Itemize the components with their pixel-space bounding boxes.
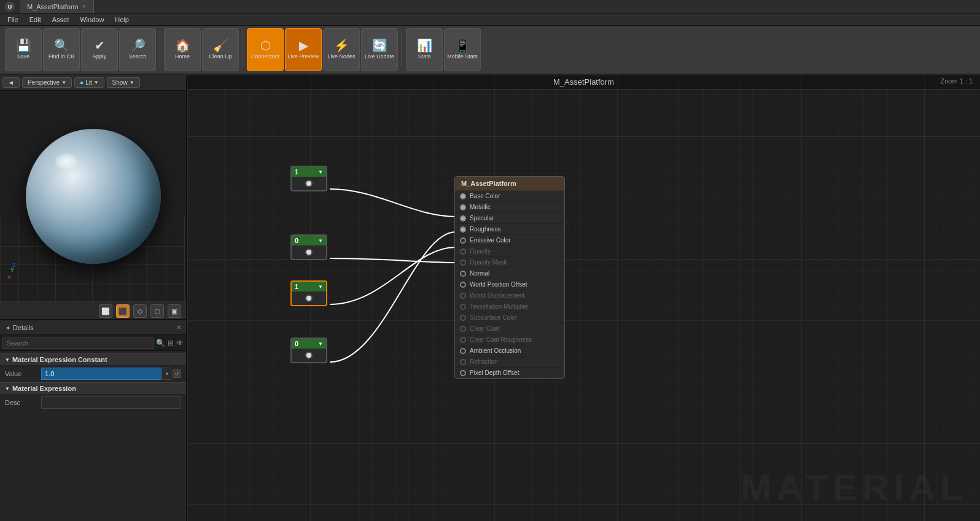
search-icon: 🔎 [130,39,146,52]
main-material-node[interactable]: M_AssetPlatform Base Color Metallic Spec… [454,176,565,379]
show-button[interactable]: Show ▼ [107,77,140,88]
filter-icon[interactable]: 👁 [176,339,184,347]
viewport-icon-3[interactable]: ◇ [133,304,147,318]
pin-pixel-depth-offset: Pixel Depth Offset [455,368,564,378]
const-node-1[interactable]: 1 ▼ [290,166,327,191]
show-chevron-icon: ▼ [130,80,134,85]
viewport-nav-button[interactable]: ◄ [2,77,20,88]
desc-label: Desc [5,399,39,406]
grid-view-icon[interactable]: ⊞ [168,339,174,347]
connectors-label: Connectors [251,53,279,60]
material-watermark: MATERIAL [741,466,968,509]
menu-edit[interactable]: Edit [25,15,46,25]
viewport-icon-2[interactable]: ⬛ [116,304,130,318]
live-nodes-button[interactable]: ⚡ Live Nodes [323,28,360,71]
tab-m-asset-platform[interactable]: M_AssetPlatform × [20,0,94,13]
save-icon: 💾 [16,39,31,52]
pin-world-displacement: World Displacement [455,290,564,301]
value-reset-button[interactable]: ↺ [173,369,181,378]
live-preview-icon: ▶ [299,39,308,52]
section-material-expression-constant: ▼ Material Expression Constant [0,353,186,366]
pin-refraction: Refraction [455,357,564,368]
const-node-4[interactable]: 0 ▼ [290,338,327,363]
node3-value: 1 [295,283,298,290]
desc-input[interactable] [41,396,181,409]
find-in-cb-button[interactable]: 🔍 Find in CB [43,28,80,71]
connectors-button[interactable]: ⬡ Connectors [247,28,284,71]
emissive-dot [460,237,466,244]
roughness-dot [460,226,466,233]
save-button[interactable]: 💾 Save [5,28,42,71]
search-label: Search [129,53,147,60]
apply-icon: ✔ [95,39,105,52]
mobile-stats-button[interactable]: 📱 Mobile Stats [444,28,481,71]
section-label-constant: Material Expression Constant [12,356,107,363]
viewport-icon-4[interactable]: □ [150,304,164,318]
perspective-button[interactable]: Perspective ▼ [22,77,72,88]
main-area: ◄ Perspective ▼ ● Lit ▼ Show ▼ [0,75,980,521]
editor-header: M_AssetPlatform Zoom 1 : 1 [187,75,980,90]
node3-output-port[interactable] [305,295,313,302]
node2-output-port[interactable] [305,249,313,256]
details-search-input[interactable] [2,338,154,349]
node1-output-port[interactable] [305,180,313,187]
node3-header: 1 ▼ [292,282,326,291]
viewport-icon-1[interactable]: ⬜ [99,304,112,318]
menu-window[interactable]: Window [75,15,109,25]
node4-arrow-icon: ▼ [318,341,323,347]
details-search-bar: 🔍 ⊞ 👁 [0,335,186,351]
viewport-toolbar: ◄ Perspective ▼ ● Lit ▼ Show ▼ [0,75,186,91]
live-update-button[interactable]: 🔄 Live Update [361,28,398,71]
stats-button[interactable]: 📊 Stats [406,28,443,71]
const-node-3[interactable]: 1 ▼ [290,280,327,306]
main-node-header: M_AssetPlatform [455,177,564,191]
search-button[interactable]: 🔎 Search [119,28,156,71]
ao-label: Ambient Occlusion [470,347,521,354]
home-button[interactable]: 🏠 Home [164,28,201,71]
wpo-label: World Position Offset [470,281,527,288]
viewport-icon-5[interactable]: ▣ [168,304,181,318]
title-bar: U M_AssetPlatform × [0,0,980,14]
toolbar: 💾 Save 🔍 Find in CB ✔ Apply 🔎 Search 🏠 H… [0,26,980,75]
live-preview-button[interactable]: ▶ Live Preview [285,28,322,71]
node-editor[interactable]: M_AssetPlatform Zoom 1 : 1 1 ▼ [187,75,980,521]
chevron-down-icon: ▼ [61,80,66,85]
value-input-box: ▼ ↺ [41,368,181,380]
pin-subsurface-color: Subsurface Color [455,312,564,323]
tab-close-button[interactable]: × [82,3,86,10]
ss-dot [460,315,466,321]
cleanup-button[interactable]: 🧹 Clean Up [202,28,239,71]
lit-button[interactable]: ● Lit ▼ [74,77,104,88]
ccr-dot [460,337,466,343]
pin-metallic: Metallic [455,202,564,213]
pin-ambient-occlusion: Ambient Occlusion [455,345,564,357]
viewport: ◄ Perspective ▼ ● Lit ▼ Show ▼ [0,75,186,320]
property-desc-row: Desc [0,395,186,411]
node4-output-port[interactable] [305,352,313,359]
left-panel: ◄ Perspective ▼ ● Lit ▼ Show ▼ [0,75,187,521]
wd-label: World Displacement [470,292,524,299]
specular-dot [460,215,466,222]
menu-file[interactable]: File [2,15,23,25]
details-close-button[interactable]: ✕ [176,324,181,331]
metallic-label: Metallic [470,204,491,210]
toolbar-separator-2 [243,31,243,68]
refr-label: Refraction [470,358,498,365]
cleanup-label: Clean Up [209,53,232,60]
value-input[interactable] [41,368,161,380]
coordinate-axes: X Y Z [7,256,32,280]
menu-help[interactable]: Help [110,15,134,25]
pin-clear-coat-roughness: Clear Coat Roughness [455,334,564,345]
sphere-preview: X Y Z [0,91,186,302]
pin-specular: Specular [455,213,564,224]
const-node-2[interactable]: 0 ▼ [290,234,327,260]
value-spinner[interactable]: ▼ [163,368,171,380]
cc-dot [460,326,466,332]
pdo-label: Pixel Depth Offset [470,369,519,376]
live-nodes-icon: ⚡ [334,39,349,52]
stats-label: Stats [418,53,431,60]
apply-button[interactable]: ✔ Apply [81,28,118,71]
section-triangle-icon: ▼ [5,357,10,363]
menu-asset[interactable]: Asset [47,15,74,25]
material-sphere [26,129,161,264]
